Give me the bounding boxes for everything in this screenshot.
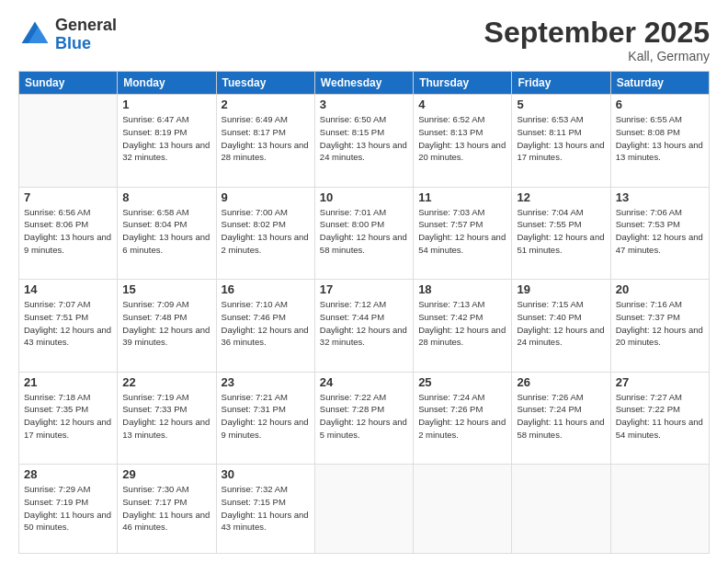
day-info: Sunrise: 7:01 AMSunset: 8:00 PMDaylight:… (320, 206, 408, 257)
day-number: 28 (24, 467, 112, 481)
table-row: 10 Sunrise: 7:01 AMSunset: 8:00 PMDaylig… (314, 187, 413, 279)
table-row: 7 Sunrise: 6:56 AMSunset: 8:06 PMDayligh… (19, 187, 118, 279)
table-row: 9 Sunrise: 7:00 AMSunset: 8:02 PMDayligh… (216, 187, 314, 279)
day-info: Sunrise: 7:06 AMSunset: 7:53 PMDaylight:… (616, 206, 704, 257)
day-number: 25 (418, 375, 506, 389)
location: Kall, Germany (484, 49, 710, 63)
title-area: September 2025 Kall, Germany (484, 17, 710, 63)
table-row: 17 Sunrise: 7:12 AMSunset: 7:44 PMDaylig… (314, 280, 413, 372)
table-row: 21 Sunrise: 7:18 AMSunset: 7:35 PMDaylig… (19, 372, 118, 464)
header: General Blue September 2025 Kall, German… (18, 17, 710, 63)
day-number: 7 (24, 190, 112, 204)
table-row: 6 Sunrise: 6:55 AMSunset: 8:08 PMDayligh… (610, 95, 709, 187)
table-row: 23 Sunrise: 7:21 AMSunset: 7:31 PMDaylig… (216, 372, 314, 464)
table-row (512, 465, 610, 554)
day-number: 17 (320, 282, 408, 296)
day-info: Sunrise: 6:56 AMSunset: 8:06 PMDaylight:… (24, 206, 112, 257)
calendar-header-row: Sunday Monday Tuesday Wednesday Thursday… (19, 72, 710, 95)
table-row: 16 Sunrise: 7:10 AMSunset: 7:46 PMDaylig… (216, 280, 314, 372)
table-row: 22 Sunrise: 7:19 AMSunset: 7:33 PMDaylig… (118, 372, 216, 464)
col-saturday: Saturday (610, 72, 709, 95)
day-number: 1 (122, 98, 210, 111)
day-number: 30 (222, 467, 310, 481)
day-number: 6 (616, 98, 704, 111)
table-row: 28 Sunrise: 7:29 AMSunset: 7:19 PMDaylig… (19, 465, 118, 554)
day-info: Sunrise: 7:13 AMSunset: 7:42 PMDaylight:… (418, 298, 506, 349)
table-row: 25 Sunrise: 7:24 AMSunset: 7:26 PMDaylig… (414, 372, 512, 464)
day-info: Sunrise: 7:32 AMSunset: 7:15 PMDaylight:… (222, 483, 310, 534)
day-number: 26 (517, 375, 605, 389)
day-info: Sunrise: 7:16 AMSunset: 7:37 PMDaylight:… (616, 298, 704, 349)
table-row: 12 Sunrise: 7:04 AMSunset: 7:55 PMDaylig… (512, 187, 610, 279)
table-row: 3 Sunrise: 6:50 AMSunset: 8:15 PMDayligh… (314, 95, 413, 187)
col-sunday: Sunday (19, 72, 118, 95)
table-row: 4 Sunrise: 6:52 AMSunset: 8:13 PMDayligh… (414, 95, 512, 187)
table-row: 5 Sunrise: 6:53 AMSunset: 8:11 PMDayligh… (512, 95, 610, 187)
day-info: Sunrise: 7:29 AMSunset: 7:19 PMDaylight:… (24, 483, 112, 534)
day-number: 14 (24, 282, 112, 296)
calendar-table: Sunday Monday Tuesday Wednesday Thursday… (18, 71, 710, 554)
month-title: September 2025 (484, 17, 710, 49)
day-number: 24 (320, 375, 408, 389)
table-row: 2 Sunrise: 6:49 AMSunset: 8:17 PMDayligh… (216, 95, 314, 187)
table-row: 26 Sunrise: 7:26 AMSunset: 7:24 PMDaylig… (512, 372, 610, 464)
day-info: Sunrise: 7:18 AMSunset: 7:35 PMDaylight:… (24, 391, 112, 442)
logo-general: General (55, 17, 117, 35)
day-number: 8 (122, 190, 210, 204)
day-number: 4 (418, 98, 506, 111)
day-info: Sunrise: 6:55 AMSunset: 8:08 PMDaylight:… (616, 113, 704, 164)
day-info: Sunrise: 6:52 AMSunset: 8:13 PMDaylight:… (418, 113, 506, 164)
table-row: 29 Sunrise: 7:30 AMSunset: 7:17 PMDaylig… (118, 465, 216, 554)
table-row: 18 Sunrise: 7:13 AMSunset: 7:42 PMDaylig… (414, 280, 512, 372)
table-row (610, 465, 709, 554)
day-info: Sunrise: 6:50 AMSunset: 8:15 PMDaylight:… (320, 113, 408, 164)
table-row: 24 Sunrise: 7:22 AMSunset: 7:28 PMDaylig… (314, 372, 413, 464)
day-number: 21 (24, 375, 112, 389)
col-thursday: Thursday (414, 72, 512, 95)
day-info: Sunrise: 7:24 AMSunset: 7:26 PMDaylight:… (418, 391, 506, 442)
table-row: 30 Sunrise: 7:32 AMSunset: 7:15 PMDaylig… (216, 465, 314, 554)
day-number: 12 (517, 190, 605, 204)
day-number: 23 (222, 375, 310, 389)
day-number: 13 (616, 190, 704, 204)
day-info: Sunrise: 7:27 AMSunset: 7:22 PMDaylight:… (616, 391, 704, 442)
logo: General Blue (18, 17, 117, 53)
day-number: 2 (222, 98, 310, 111)
table-row: 11 Sunrise: 7:03 AMSunset: 7:57 PMDaylig… (414, 187, 512, 279)
logo-text: General Blue (55, 17, 117, 53)
col-wednesday: Wednesday (314, 72, 413, 95)
day-number: 3 (320, 98, 408, 111)
table-row: 13 Sunrise: 7:06 AMSunset: 7:53 PMDaylig… (610, 187, 709, 279)
day-number: 15 (122, 282, 210, 296)
day-number: 29 (122, 467, 210, 481)
day-number: 9 (222, 190, 310, 204)
day-info: Sunrise: 6:47 AMSunset: 8:19 PMDaylight:… (122, 113, 210, 164)
day-number: 16 (222, 282, 310, 296)
col-monday: Monday (118, 72, 216, 95)
day-info: Sunrise: 7:12 AMSunset: 7:44 PMDaylight:… (320, 298, 408, 349)
page: General Blue September 2025 Kall, German… (0, 0, 728, 563)
logo-blue: Blue (55, 35, 117, 53)
table-row (314, 465, 413, 554)
day-info: Sunrise: 7:21 AMSunset: 7:31 PMDaylight:… (222, 391, 310, 442)
day-info: Sunrise: 7:26 AMSunset: 7:24 PMDaylight:… (517, 391, 605, 442)
day-info: Sunrise: 6:58 AMSunset: 8:04 PMDaylight:… (122, 206, 210, 257)
day-info: Sunrise: 7:00 AMSunset: 8:02 PMDaylight:… (222, 206, 310, 257)
day-number: 19 (517, 282, 605, 296)
day-info: Sunrise: 6:49 AMSunset: 8:17 PMDaylight:… (222, 113, 310, 164)
day-number: 20 (616, 282, 704, 296)
day-info: Sunrise: 7:19 AMSunset: 7:33 PMDaylight:… (122, 391, 210, 442)
table-row: 27 Sunrise: 7:27 AMSunset: 7:22 PMDaylig… (610, 372, 709, 464)
table-row (19, 95, 118, 187)
day-info: Sunrise: 7:30 AMSunset: 7:17 PMDaylight:… (122, 483, 210, 534)
table-row: 8 Sunrise: 6:58 AMSunset: 8:04 PMDayligh… (118, 187, 216, 279)
day-info: Sunrise: 7:04 AMSunset: 7:55 PMDaylight:… (517, 206, 605, 257)
col-tuesday: Tuesday (216, 72, 314, 95)
day-info: Sunrise: 7:10 AMSunset: 7:46 PMDaylight:… (222, 298, 310, 349)
day-info: Sunrise: 7:03 AMSunset: 7:57 PMDaylight:… (418, 206, 506, 257)
table-row: 15 Sunrise: 7:09 AMSunset: 7:48 PMDaylig… (118, 280, 216, 372)
logo-icon (18, 18, 51, 52)
day-info: Sunrise: 7:07 AMSunset: 7:51 PMDaylight:… (24, 298, 112, 349)
day-info: Sunrise: 7:15 AMSunset: 7:40 PMDaylight:… (517, 298, 605, 349)
table-row: 1 Sunrise: 6:47 AMSunset: 8:19 PMDayligh… (118, 95, 216, 187)
